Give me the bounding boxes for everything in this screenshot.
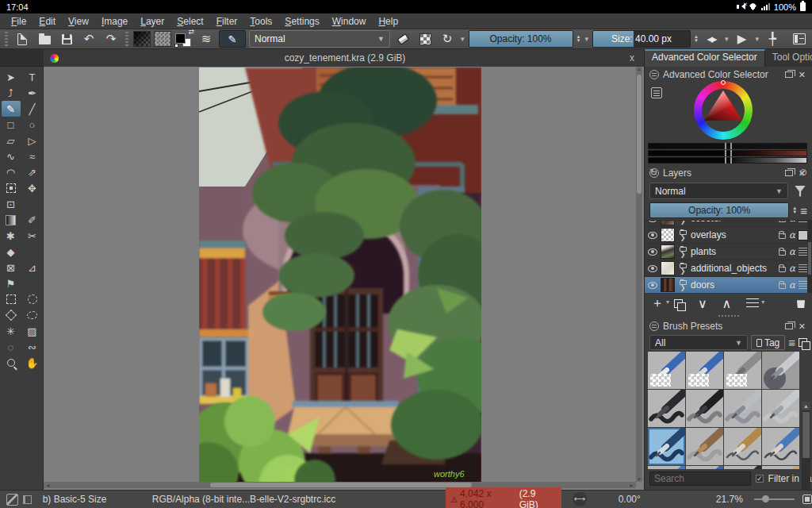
layer-alpha-icon[interactable]: α — [789, 246, 795, 257]
multibrush-tool-icon[interactable]: ⇗ — [23, 164, 42, 180]
fill-tool-icon[interactable]: ◆ — [2, 244, 21, 260]
move-layer-down-button[interactable]: ∨ — [698, 296, 707, 311]
polygon-tool-icon[interactable]: ▱ — [2, 133, 21, 148]
workspace-chooser-button[interactable] — [790, 30, 809, 48]
layer-thumbnail[interactable] — [661, 278, 675, 292]
advanced-color-selector[interactable]: ↻ ⊘ — [645, 83, 812, 160]
transform-tool-icon[interactable] — [2, 180, 21, 196]
add-layer-dropdown[interactable]: ▾ — [666, 298, 669, 306]
shade-selector-bars[interactable] — [648, 143, 807, 164]
dynamic-brush-tool-icon[interactable]: ◠ — [2, 164, 21, 180]
layer-visibility-icon[interactable] — [648, 232, 657, 239]
preset-filter-dropdown[interactable]: All ▼ — [649, 335, 748, 350]
fg-bg-color-selector[interactable]: ⇄ — [174, 30, 193, 48]
layer-thumbnail[interactable] — [661, 220, 675, 225]
scroll-right-arrow[interactable]: ► — [627, 483, 636, 488]
magnetic-selection-tool-icon[interactable]: ∾ — [23, 339, 42, 355]
menu-item-window[interactable]: Window — [326, 14, 373, 29]
assistants-tool-icon[interactable]: ⊿ — [23, 260, 42, 275]
close-document-button[interactable]: x — [626, 52, 638, 64]
layer-row-additional_objects[interactable]: ❯additional_objectsα — [645, 260, 812, 277]
polygonal-selection-tool-icon[interactable] — [2, 307, 21, 323]
gradient-tool-icon[interactable] — [2, 212, 21, 228]
hue-marker[interactable] — [721, 80, 726, 85]
eraser-mode-button[interactable] — [393, 30, 412, 48]
bezier-curve-tool-icon[interactable]: ∿ — [2, 148, 21, 164]
layer-alpha-icon[interactable]: α — [789, 229, 795, 241]
group-expand-icon[interactable]: ❯ — [678, 280, 688, 291]
float-docker-button[interactable] — [785, 71, 793, 78]
properties-dropdown[interactable]: ▾ — [761, 298, 764, 306]
menu-item-edit[interactable]: Edit — [33, 14, 62, 29]
freehand-path-tool-icon[interactable]: ≈ — [23, 148, 42, 164]
scroll-up-arrow[interactable]: ▲ — [636, 67, 642, 71]
close-docker-button[interactable]: ✕ — [797, 70, 807, 80]
layer-alpha-icon[interactable]: α — [789, 220, 795, 224]
menu-item-filter[interactable]: Filter — [210, 14, 244, 29]
fit-page-icon[interactable] — [802, 495, 812, 504]
contiguous-selection-tool-icon[interactable]: ✳ — [2, 323, 21, 339]
layer-name[interactable]: scooter — [691, 220, 776, 224]
smart-patch-tool-icon[interactable]: ✂ — [23, 228, 42, 244]
brush-preset-preset-13[interactable] — [648, 466, 685, 469]
rectangular-selection-tool-icon[interactable] — [2, 291, 21, 307]
layer-alpha-icon[interactable]: α — [789, 263, 795, 274]
reload-preset-button[interactable]: ↻ — [438, 30, 457, 48]
delete-layer-button[interactable] — [796, 298, 806, 308]
layer-visibility-icon[interactable] — [648, 265, 657, 272]
brush-preset-blender-round[interactable] — [686, 428, 723, 465]
crop-tool-icon[interactable]: ⊡ — [2, 196, 21, 212]
layer-thumbnail[interactable] — [661, 244, 675, 259]
mirror-h-dropdown[interactable]: ▾ — [724, 35, 730, 43]
brush-preset-eraser-small[interactable] — [686, 352, 723, 389]
brush-preset-ink-gpen[interactable] — [724, 428, 761, 465]
preset-search-input[interactable] — [649, 471, 751, 486]
color-selector-settings-icon[interactable] — [651, 87, 662, 98]
brush-preset-preset-15[interactable] — [724, 466, 761, 469]
zoom-slider[interactable] — [754, 498, 795, 500]
layer-opacity-spinner[interactable]: ▲▼ — [792, 206, 797, 214]
opacity-slider[interactable]: Opacity: 100% — [469, 30, 573, 48]
menu-item-file[interactable]: File — [5, 14, 33, 29]
preset-display-mode-icon[interactable] — [799, 338, 807, 347]
move-layer-up-button[interactable]: ∧ — [722, 296, 732, 311]
scroll-down-arrow[interactable]: ▼ — [636, 477, 642, 482]
swap-colors-icon[interactable]: ⇄ — [188, 28, 194, 36]
menu-item-image[interactable]: Image — [95, 14, 134, 29]
brush-preset-wet-brush-selected[interactable] — [648, 428, 685, 465]
shade-bar[interactable] — [648, 143, 807, 149]
gradient-swatch[interactable] — [133, 31, 151, 47]
pattern-edit-tool-icon[interactable]: ✱ — [2, 228, 21, 244]
brush-editor-button[interactable]: ✎ — [219, 30, 246, 48]
shade-bar[interactable] — [648, 157, 807, 164]
layer-options-menu-icon[interactable]: ≡ — [800, 204, 807, 217]
layer-thumbnail[interactable] — [661, 261, 675, 275]
mirror-v-dropdown[interactable]: ▾ — [755, 35, 760, 43]
menu-item-select[interactable]: Select — [170, 14, 209, 29]
selection-status-icon[interactable] — [23, 495, 32, 504]
layer-visibility-icon[interactable] — [648, 220, 657, 222]
tag-button[interactable]: Tag — [751, 335, 785, 350]
save-button[interactable] — [57, 30, 76, 48]
group-expand-icon[interactable]: ❯ — [678, 264, 688, 274]
layer-lock-icon[interactable] — [779, 250, 786, 256]
size-spinner[interactable]: ▲▼ — [694, 35, 699, 43]
canvas-vertical-scrollbar[interactable]: ▲ ▼ — [636, 67, 642, 482]
brush-preset-ink-technical[interactable] — [724, 390, 761, 427]
menu-item-help[interactable]: Help — [372, 14, 404, 29]
dropdown-dash[interactable]: ▾ — [584, 35, 589, 43]
polyline-tool-icon[interactable]: ▷ — [23, 133, 42, 148]
blending-mode-dropdown[interactable]: Normal ▼ — [249, 30, 390, 48]
layer-name[interactable]: overlays — [691, 229, 776, 241]
preset-scroll-up[interactable]: ▲ — [802, 402, 810, 410]
menu-item-settings[interactable]: Settings — [278, 14, 325, 29]
pan-tool-icon[interactable]: ✋ — [23, 355, 42, 371]
wrap-around-button[interactable]: ╄ — [763, 30, 782, 48]
reference-images-tool-icon[interactable]: ⚑ — [2, 275, 21, 291]
shade-bar[interactable] — [648, 150, 807, 156]
size-slider[interactable]: Size: 40.00 px — [592, 30, 691, 48]
add-layer-button[interactable]: ＋ — [651, 295, 664, 312]
layer-row-doors[interactable]: ❯doorsα — [645, 277, 812, 293]
hscroll-thumb[interactable] — [210, 483, 472, 487]
layer-lock-icon[interactable] — [779, 220, 786, 222]
